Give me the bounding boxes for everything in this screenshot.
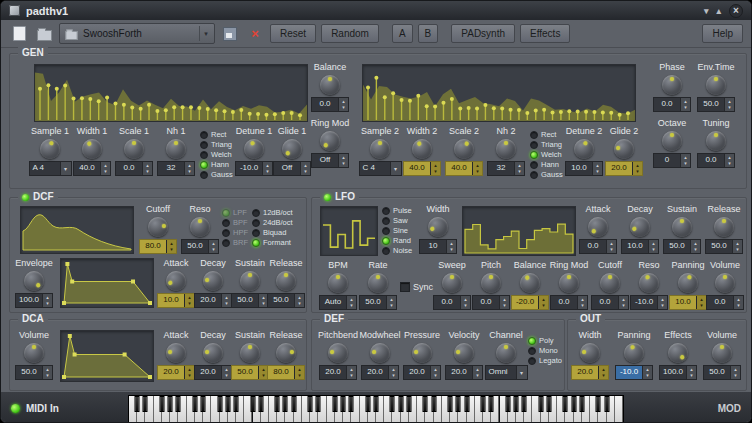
sustain-value[interactable]: 50.0▴▾: [663, 239, 701, 254]
balance-knob[interactable]: [520, 273, 540, 293]
piano-black-key[interactable]: [431, 396, 436, 412]
glide-1-value[interactable]: Off▴▾: [273, 161, 311, 176]
midi-keyboard[interactable]: [128, 395, 624, 423]
spin-down-icon[interactable]: ▾: [101, 168, 110, 174]
spin-down-icon[interactable]: ▾: [431, 168, 440, 174]
width-value[interactable]: 10▴▾: [419, 239, 457, 254]
volume-knob[interactable]: [715, 273, 735, 293]
nh-1-value[interactable]: 32▴▾: [157, 161, 195, 176]
decay-value[interactable]: 20.0▴▾: [194, 293, 232, 308]
modwheel-value[interactable]: 20.0▴▾: [361, 365, 399, 380]
release-value[interactable]: 50.0▴▾: [705, 239, 743, 254]
help-button[interactable]: Help: [702, 24, 743, 43]
radio-triang[interactable]: Triang: [200, 140, 233, 149]
spin-down-icon[interactable]: ▾: [725, 104, 734, 110]
piano-black-key[interactable]: [217, 396, 222, 412]
release-knob[interactable]: [276, 343, 296, 363]
piano-black-key[interactable]: [225, 396, 230, 412]
release-value[interactable]: 50.0▴▾: [267, 293, 305, 308]
piano-black-key[interactable]: [390, 396, 395, 412]
spin-down-icon[interactable]: ▾: [687, 372, 696, 378]
spin-down-icon[interactable]: ▾: [431, 372, 440, 378]
sweep-knob[interactable]: [442, 273, 462, 293]
attack-value[interactable]: 20.0▴▾: [157, 365, 195, 380]
width-2-knob[interactable]: [412, 139, 432, 159]
scale-1-knob[interactable]: [124, 139, 144, 159]
piano-black-key[interactable]: [505, 396, 510, 412]
sample-1-select[interactable]: A 4▾: [29, 161, 72, 176]
pitchbend-value[interactable]: 20.0▴▾: [319, 365, 357, 380]
radio-sine[interactable]: Sine: [382, 226, 412, 235]
channel-knob[interactable]: [496, 343, 516, 363]
spin-down-icon[interactable]: ▾: [295, 372, 304, 378]
piano-black-key[interactable]: [398, 396, 403, 412]
reso-value[interactable]: -10.0▴▾: [630, 295, 668, 310]
attack-value[interactable]: 0.0▴▾: [579, 239, 617, 254]
balance-value[interactable]: 0.0▴▾: [311, 97, 349, 112]
spin-down-icon[interactable]: ▾: [347, 372, 356, 378]
spin-down-icon[interactable]: ▾: [263, 168, 272, 174]
piano-black-key[interactable]: [135, 396, 140, 412]
piano-black-key[interactable]: [159, 396, 164, 412]
env-time-knob[interactable]: [706, 75, 726, 95]
sustain-knob[interactable]: [240, 271, 260, 291]
radio-mono[interactable]: Mono: [528, 346, 562, 355]
radio-welch[interactable]: Welch: [200, 150, 233, 159]
ring-mod-value[interactable]: 0.0▴▾: [550, 295, 588, 310]
sustain-value[interactable]: 50.0▴▾: [231, 293, 269, 308]
spin-down-icon[interactable]: ▾: [658, 302, 667, 308]
sustain-value[interactable]: 50.0▴▾: [231, 365, 269, 380]
titlebar[interactable]: padthv1 ▾ ▴ ×: [1, 1, 751, 20]
spin-down-icon[interactable]: ▾: [515, 168, 524, 174]
spin-down-icon[interactable]: ▾: [167, 246, 176, 252]
piano-black-key[interactable]: [481, 396, 486, 412]
ring-mod-knob[interactable]: [559, 273, 579, 293]
spin-down-icon[interactable]: ▾: [599, 372, 608, 378]
balance-knob[interactable]: [320, 75, 340, 95]
decay-knob[interactable]: [203, 343, 223, 363]
piano-black-key[interactable]: [168, 396, 173, 412]
pitch-knob[interactable]: [481, 273, 501, 293]
rate-knob[interactable]: [368, 273, 388, 293]
piano-black-key[interactable]: [448, 396, 453, 412]
piano-black-key[interactable]: [341, 396, 346, 412]
spin-down-icon[interactable]: ▾: [649, 246, 658, 252]
spin-down-icon[interactable]: ▾: [731, 372, 740, 378]
volume-value[interactable]: 0.0▴▾: [706, 295, 744, 310]
piano-black-key[interactable]: [192, 396, 197, 412]
spin-down-icon[interactable]: ▾: [387, 302, 396, 308]
reso-value[interactable]: 50.0▴▾: [181, 239, 219, 254]
radio-hpf[interactable]: HPF: [222, 228, 248, 237]
release-knob[interactable]: [714, 217, 734, 237]
spin-down-icon[interactable]: ▾: [578, 302, 587, 308]
spin-down-icon[interactable]: ▾: [143, 168, 152, 174]
radio-12db-oct[interactable]: 12dB/oct: [252, 208, 293, 217]
spin-down-icon[interactable]: ▾: [619, 302, 628, 308]
nh-1-knob[interactable]: [166, 139, 186, 159]
radio-saw[interactable]: Saw: [382, 216, 412, 225]
volume-value[interactable]: 50.0▴▾: [15, 365, 53, 380]
radio-legato[interactable]: Legato: [528, 356, 562, 365]
piano-black-key[interactable]: [176, 396, 181, 412]
piano-black-key[interactable]: [308, 396, 313, 412]
piano-black-key[interactable]: [374, 396, 379, 412]
width-value[interactable]: 20.0▴▾: [571, 365, 609, 380]
piano-black-key[interactable]: [522, 396, 527, 412]
chevron-down-icon[interactable]: ▾: [199, 26, 212, 41]
detune-2-value[interactable]: 10.0▴▾: [565, 161, 603, 176]
reso-knob[interactable]: [639, 273, 659, 293]
spin-down-icon[interactable]: ▾: [43, 300, 52, 306]
radio-gauss[interactable]: Gauss: [200, 170, 233, 179]
ring-mod-knob[interactable]: [320, 131, 340, 151]
width-1-value[interactable]: 40.0▴▾: [73, 161, 111, 176]
sample-2-select[interactable]: C 4▾: [359, 161, 402, 176]
glide-2-value[interactable]: 20.0▴▾: [605, 161, 643, 176]
effects-value[interactable]: 100.0▴▾: [659, 365, 697, 380]
bpm-knob[interactable]: [328, 273, 348, 293]
cutoff-value[interactable]: 0.0▴▾: [591, 295, 629, 310]
scale-2-knob[interactable]: [454, 139, 474, 159]
cutoff-knob[interactable]: [600, 273, 620, 293]
radio-gauss[interactable]: Gauss: [530, 170, 563, 179]
open-preset-button[interactable]: [34, 24, 54, 44]
spin-down-icon[interactable]: ▾: [339, 160, 348, 166]
